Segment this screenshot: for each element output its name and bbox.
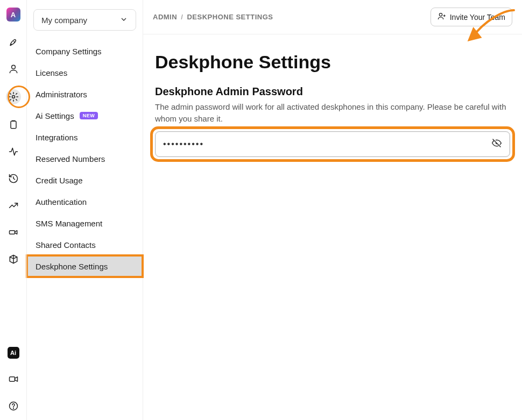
app-logo[interactable]: A	[6, 8, 20, 22]
user-plus-icon	[438, 12, 446, 22]
breadcrumb-current: Deskphone Settings	[187, 13, 273, 21]
password-highlight-box: ••••••••••	[155, 131, 510, 157]
cube-icon[interactable]	[7, 253, 20, 266]
nav-item-shared-contacts[interactable]: Shared Contacts	[27, 234, 143, 255]
history-icon[interactable]	[7, 172, 20, 185]
rocket-icon[interactable]	[7, 35, 20, 48]
settings-highlight-ring	[8, 86, 30, 108]
nav-item-reserved-numbers[interactable]: Reserved Numbers	[27, 148, 143, 169]
new-badge: NEW	[80, 112, 98, 119]
svg-rect-2	[11, 121, 16, 128]
annotation-arrow	[463, 8, 517, 51]
svg-point-6	[13, 408, 13, 409]
user-icon[interactable]	[7, 62, 20, 75]
svg-rect-4	[9, 377, 15, 381]
nav-item-licenses[interactable]: Licenses	[27, 62, 143, 83]
nav-item-administrators[interactable]: Administrators	[27, 83, 143, 105]
main-content: Admin / Deskphone Settings Invite Your T…	[143, 0, 522, 420]
nav-item-ai-settings[interactable]: Ai Settings NEW	[27, 105, 143, 126]
icon-rail: A Ai	[0, 0, 27, 420]
help-icon[interactable]	[7, 400, 20, 412]
breadcrumb: Admin / Deskphone Settings	[153, 13, 273, 21]
nav-item-company-settings[interactable]: Company Settings	[27, 40, 143, 62]
breadcrumb-root[interactable]: Admin	[153, 13, 177, 21]
activity-icon[interactable]	[7, 145, 20, 158]
page-title: Deskphone Settings	[155, 52, 510, 73]
ai-badge-icon[interactable]: Ai	[8, 347, 19, 359]
svg-point-7	[439, 13, 442, 16]
nav-item-authentication[interactable]: Authentication	[27, 191, 143, 212]
chevron-down-icon	[119, 15, 128, 25]
svg-point-0	[11, 65, 15, 69]
video-icon[interactable]	[7, 373, 20, 386]
nav-item-sms-management[interactable]: SMS Management	[27, 212, 143, 234]
breadcrumb-sep: /	[181, 13, 183, 21]
camera-recorder-icon[interactable]	[7, 226, 20, 239]
nav-item-deskphone-settings[interactable]: Deskphone Settings	[27, 255, 143, 277]
company-picker[interactable]: My company	[33, 9, 136, 31]
password-field[interactable]: ••••••••••	[155, 131, 510, 157]
company-picker-label: My company	[41, 16, 87, 25]
nav-item-credit-usage[interactable]: Credit Usage	[27, 169, 143, 191]
password-masked-value: ••••••••••	[163, 139, 204, 149]
side-nav: My company Company Settings Licenses Adm…	[27, 0, 143, 420]
section-help-text: The admin password will work for all act…	[155, 101, 510, 125]
trend-icon[interactable]	[7, 199, 20, 212]
section-title: Deskphone Admin Password	[155, 86, 510, 98]
svg-rect-3	[9, 231, 15, 234]
eye-off-icon[interactable]	[491, 138, 502, 151]
nav-item-integrations[interactable]: Integrations	[27, 126, 143, 148]
clipboard-icon[interactable]	[7, 118, 20, 131]
